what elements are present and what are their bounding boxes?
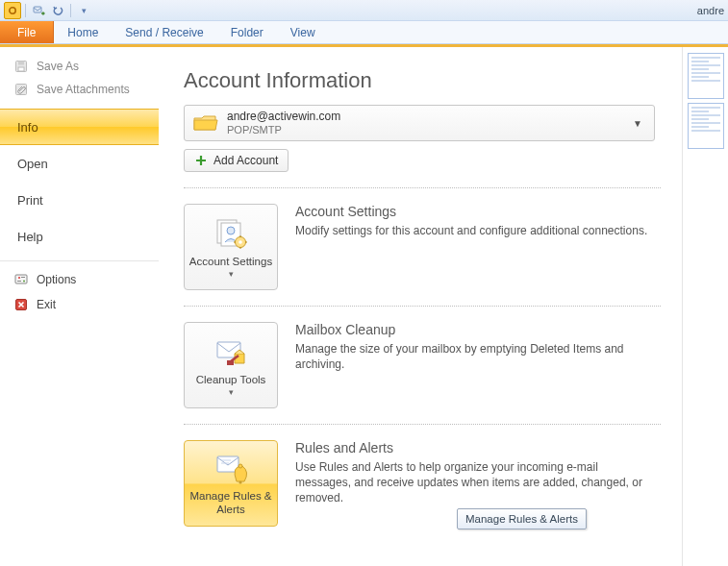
outlook-app-icon[interactable] <box>4 2 21 19</box>
save-icon <box>13 59 29 74</box>
options-label: Options <box>37 273 76 286</box>
section-desc: Use Rules and Alerts to help organize yo… <box>295 459 651 506</box>
qat-divider <box>70 4 71 17</box>
quick-access-toolbar: ▾ <box>4 2 92 19</box>
undo-icon[interactable] <box>49 2 66 19</box>
section-text: Mailbox Cleanup Manage the size of your … <box>295 322 651 408</box>
cleanup-tools-icon <box>212 335 250 370</box>
svg-point-7 <box>18 277 20 279</box>
svg-rect-1 <box>34 7 41 12</box>
save-as-label: Save As <box>37 60 79 73</box>
options-icon <box>13 272 29 287</box>
svg-rect-9 <box>17 281 21 282</box>
plus-icon <box>194 154 208 167</box>
svg-point-0 <box>10 7 15 12</box>
save-attachments-item: Save Attachments <box>0 78 159 101</box>
tab-home[interactable]: Home <box>54 21 112 43</box>
section-account-settings: Account Settings ▾ Account Settings Modi… <box>184 204 661 290</box>
account-email: andre@activewin.com <box>227 110 621 123</box>
chevron-down-icon: ▼ <box>629 118 646 129</box>
tab-file[interactable]: File <box>0 21 54 43</box>
cleanup-tools-button[interactable]: Cleanup Tools ▾ <box>184 322 278 408</box>
nav-list: Info Open Print Help <box>0 109 159 255</box>
print-preview-pane <box>682 47 728 566</box>
svg-rect-4 <box>18 67 24 71</box>
account-protocol: POP/SMTP <box>227 124 621 136</box>
dotted-separator <box>184 424 661 425</box>
nav-open-label: Open <box>17 157 48 171</box>
page-title: Account Information <box>184 68 661 93</box>
nav-help-label: Help <box>17 230 43 244</box>
tab-send-receive[interactable]: Send / Receive <box>112 21 216 43</box>
nav-separator <box>0 260 159 261</box>
manage-rules-alerts-button[interactable]: Manage Rules & Alerts <box>184 440 278 527</box>
svg-point-25 <box>238 481 241 484</box>
section-mailbox-cleanup: Cleanup Tools ▾ Mailbox Cleanup Manage t… <box>184 322 661 408</box>
backstage: Save As Save Attachments Info Open Print… <box>0 44 728 566</box>
nav-open[interactable]: Open <box>0 145 159 182</box>
svg-rect-6 <box>15 275 27 283</box>
account-folder-icon <box>192 111 219 135</box>
dotted-separator <box>184 306 661 307</box>
account-text: andre@activewin.com POP/SMTP <box>227 110 621 136</box>
nav-print[interactable]: Print <box>0 182 159 218</box>
cleanup-tools-button-label: Cleanup Tools <box>196 374 266 387</box>
add-account-label: Add Account <box>213 154 278 167</box>
nav-info[interactable]: Info <box>0 109 159 145</box>
nav-help[interactable]: Help <box>0 218 159 255</box>
page-thumbnail[interactable] <box>688 103 724 149</box>
nav-print-label: Print <box>17 193 43 208</box>
section-title: Rules and Alerts <box>295 440 651 455</box>
svg-point-14 <box>227 227 235 234</box>
add-account-button[interactable]: Add Account <box>184 149 289 172</box>
exit-icon <box>13 297 29 312</box>
chevron-down-icon: ▾ <box>229 269 234 280</box>
ribbon-tabs: File Home Send / Receive Folder View <box>0 21 728 44</box>
section-text: Account Settings Modify settings for thi… <box>295 204 651 290</box>
section-title: Account Settings <box>295 204 651 219</box>
qat-divider <box>25 4 26 17</box>
tab-folder[interactable]: Folder <box>217 21 277 43</box>
account-settings-button[interactable]: Account Settings ▾ <box>184 204 278 290</box>
section-desc: Modify settings for this account and con… <box>295 223 651 238</box>
svg-point-24 <box>238 464 242 468</box>
account-settings-icon <box>212 217 250 252</box>
send-receive-icon[interactable] <box>30 2 47 19</box>
save-as-item: Save As <box>0 55 159 78</box>
exit-label: Exit <box>37 298 56 311</box>
account-selector[interactable]: andre@activewin.com POP/SMTP ▼ <box>184 105 655 141</box>
section-title: Mailbox Cleanup <box>295 322 651 337</box>
backstage-left-nav: Save As Save Attachments Info Open Print… <box>0 47 159 566</box>
qat-customize-icon[interactable]: ▾ <box>75 2 92 19</box>
tab-view[interactable]: View <box>277 21 329 43</box>
nav-info-label: Info <box>17 120 38 135</box>
svg-rect-3 <box>18 62 24 65</box>
backstage-main: Account Information andre@activewin.com … <box>159 47 682 566</box>
manage-rules-alerts-button-label: Manage Rules & Alerts <box>188 490 273 517</box>
svg-rect-8 <box>21 277 25 278</box>
svg-point-10 <box>23 281 25 283</box>
options-item[interactable]: Options <box>0 267 159 292</box>
save-attachments-label: Save Attachments <box>37 83 130 96</box>
chevron-down-icon: ▾ <box>229 387 234 398</box>
title-bar: ▾ andre <box>0 0 728 21</box>
section-rules-alerts: Manage Rules & Alerts Rules and Alerts U… <box>184 440 661 527</box>
tooltip: Manage Rules & Alerts <box>457 508 587 529</box>
page-thumbnail[interactable] <box>688 53 724 99</box>
window-caption: andre <box>697 5 724 16</box>
rules-alerts-icon <box>212 452 250 486</box>
attachment-icon <box>13 82 29 97</box>
dotted-separator <box>184 187 661 188</box>
account-settings-button-label: Account Settings <box>189 256 272 269</box>
svg-rect-22 <box>227 360 234 365</box>
exit-item[interactable]: Exit <box>0 292 159 317</box>
svg-point-20 <box>238 240 242 244</box>
section-desc: Manage the size of your mailbox by empty… <box>295 341 651 372</box>
tooltip-text: Manage Rules & Alerts <box>465 513 578 525</box>
